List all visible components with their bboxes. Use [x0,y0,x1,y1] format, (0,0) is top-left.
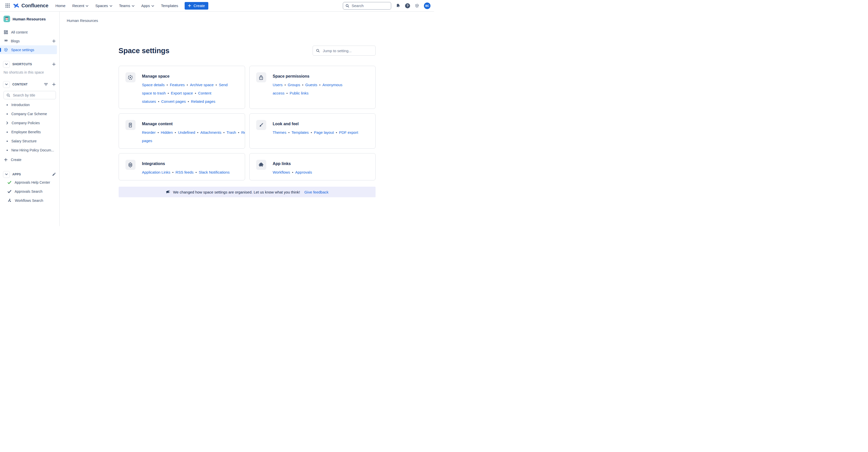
card-link-workflows[interactable]: Workflows [273,170,290,174]
card-link-attachments[interactable]: Attachments [200,130,221,134]
app-item-workflows-search[interactable]: Workflows Search [0,196,59,205]
card-title: Manage content [142,122,239,126]
content-title: CONTENT [12,83,28,86]
card-links: Themes•Templates•Page layout•PDF export [273,128,358,137]
notifications-bell-icon[interactable] [395,3,401,8]
page-tree-item-new-hiring-policy-docum[interactable]: New Hiring Policy Docum... [0,146,59,155]
content-search-input[interactable] [12,93,53,97]
card-link-pdf-export[interactable]: PDF export [339,130,358,134]
nav-item-recent[interactable]: Recent [72,3,89,8]
app-item-approvals-search[interactable]: Approvals Search [0,187,59,196]
card-link-restricted[interactable]: Restricted [241,130,245,134]
nav-item-home[interactable]: Home [55,3,65,8]
card-link-export-space[interactable]: Export space [171,91,193,95]
card-link-slack-notifications[interactable]: Slack Notifications [199,170,230,174]
breadcrumb[interactable]: Human Resources [67,19,98,23]
add-blog-icon[interactable] [52,39,56,43]
card-link-features[interactable]: Features [170,83,185,87]
topbar: Confluence HomeRecentSpacesTeamsAppsTemp… [0,0,434,11]
nav-item-spaces[interactable]: Spaces [95,3,112,8]
feedback-banner: We changed how space settings are organi… [119,187,376,197]
settings-gear-icon[interactable] [414,3,420,8]
avatar-initials: BC [425,4,429,7]
app-item-label: Approvals Help Center [14,180,50,184]
space-header[interactable]: Human Resources [0,16,59,22]
card-link-themes[interactable]: Themes [273,130,286,134]
card-link-trash[interactable]: Trash [226,130,236,134]
create-button[interactable]: Create [185,2,208,9]
chevron-right-icon[interactable] [6,121,8,124]
sidebar-item-label: Blogs [11,39,20,43]
content-search[interactable] [3,91,56,99]
page-tree-item-introduction[interactable]: Introduction [0,100,59,109]
page-tree-item-employee-benefits[interactable]: Employee Benefits [0,127,59,137]
page-tree-item-company-policies[interactable]: Company Policies [0,118,59,127]
card-link-users[interactable]: Users [273,83,283,87]
page-tree-item-company-car-scheme[interactable]: Company Car Scheme [0,109,59,118]
content-tree: IntroductionCompany Car SchemeCompany Po… [0,100,59,155]
global-search-input[interactable] [351,3,389,8]
card-link-application-links[interactable]: Application Links [142,170,170,174]
filter-icon[interactable] [44,83,48,86]
edit-apps-pencil-icon[interactable] [52,172,56,176]
card-title: Look and feel [273,122,358,126]
content-section-header: CONTENT [0,81,59,88]
chevron-down-icon [132,5,134,7]
create-button-label: Create [193,3,205,8]
card-link-archive-space[interactable]: Archive space [190,83,214,87]
user-avatar[interactable]: BC [424,2,431,9]
page-tree-item-salary-structure[interactable]: Salary Structure [0,137,59,146]
card-link-undefined[interactable]: Undefined [178,130,195,134]
give-feedback-link[interactable]: Give feedback [304,190,329,194]
search-icon [345,4,349,8]
bullet-separator: • [158,100,159,103]
card-link-public-links[interactable]: Public links [290,91,309,95]
gear-icon [125,72,135,82]
check-icon [7,180,11,185]
app-switcher-icon[interactable] [3,2,11,10]
card-link-reorder[interactable]: Reorder [142,130,156,134]
card-link-guests[interactable]: Guests [305,83,317,87]
card-link-rss-feeds[interactable]: RSS feeds [176,170,194,174]
jump-to-setting-input[interactable] [322,49,372,53]
card-link-groups[interactable]: Groups [288,83,300,87]
chevron-down-icon [86,5,88,7]
bullet-separator: • [292,171,293,174]
card-link-hidden[interactable]: Hidden [161,130,173,134]
card-link-space-details[interactable]: Space details [142,83,165,87]
sidebar-item-blogs[interactable]: Blogs [0,36,59,46]
bullet-icon [6,150,8,151]
nav-item-apps[interactable]: Apps [141,3,154,8]
sidebar-item-label: Space settings [11,48,34,52]
topbar-right: ? BC [343,2,431,9]
app-item-approvals-help-center[interactable]: Approvals Help Center [0,178,59,187]
card-link-page-layout[interactable]: Page layout [314,130,334,134]
lock-icon [256,72,266,82]
help-glyph: ? [407,4,408,7]
card-link-templates[interactable]: Templates [291,130,309,134]
jump-to-setting-search[interactable] [313,46,376,56]
help-icon[interactable]: ? [405,3,410,8]
add-content-icon[interactable] [52,82,56,86]
card-link-convert-pages[interactable]: Convert pages [161,99,186,103]
sidebar-item-all-content[interactable]: All content [0,28,59,36]
content-collapse-button[interactable] [3,81,10,88]
apps-collapse-button[interactable] [3,171,10,178]
sidebar-item-space-settings[interactable]: Space settings [0,46,57,54]
confluence-mark-icon [13,2,20,9]
card-links: Workflows•Approvals [273,168,312,177]
nav-item-teams[interactable]: Teams [119,3,134,8]
card-link-related-pages[interactable]: Related pages [191,99,215,103]
card-link-approvals[interactable]: Approvals [295,170,312,174]
card-title: Space permissions [273,74,369,79]
add-shortcut-icon[interactable] [52,62,56,66]
confluence-logo[interactable]: Confluence [13,2,49,9]
document-icon [125,120,135,130]
nav-item-templates[interactable]: Templates [161,3,178,8]
sidebar-item-label: All content [11,30,27,34]
sidebar-create-page[interactable]: Create [0,155,59,164]
global-search[interactable] [343,2,391,9]
workflow-icon [7,198,12,203]
space-avatar [3,16,10,22]
shortcuts-collapse-button[interactable] [3,61,10,68]
